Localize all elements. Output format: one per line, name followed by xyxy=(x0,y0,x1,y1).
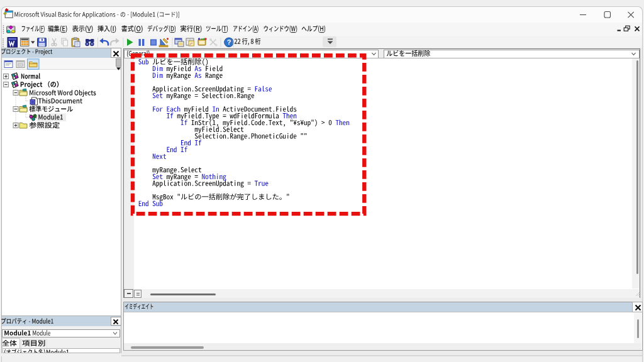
svg-text:?: ? xyxy=(227,38,231,46)
